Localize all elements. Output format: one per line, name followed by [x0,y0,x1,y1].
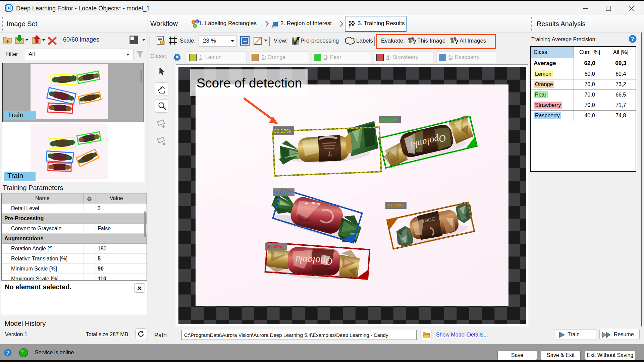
svg-text:66.10%: 66.10% [274,189,291,195]
svg-text:?: ? [412,38,416,45]
svg-text:99.98%: 99.98% [380,117,397,123]
svg-text:99.78%: 99.78% [386,203,404,208]
svg-text:Opolanki: Opolanki [295,254,333,267]
svg-text:?: ? [454,38,459,45]
svg-text:C: C [194,25,196,28]
svg-text:99.89%: 99.89% [266,244,283,249]
svg-text:A: A [193,21,195,24]
svg-text:Score of detection: Score of detection [197,76,302,90]
svg-text:99.97%: 99.97% [274,128,291,134]
svg-text:O: O [196,20,198,23]
svg-text:?: ? [631,36,634,42]
